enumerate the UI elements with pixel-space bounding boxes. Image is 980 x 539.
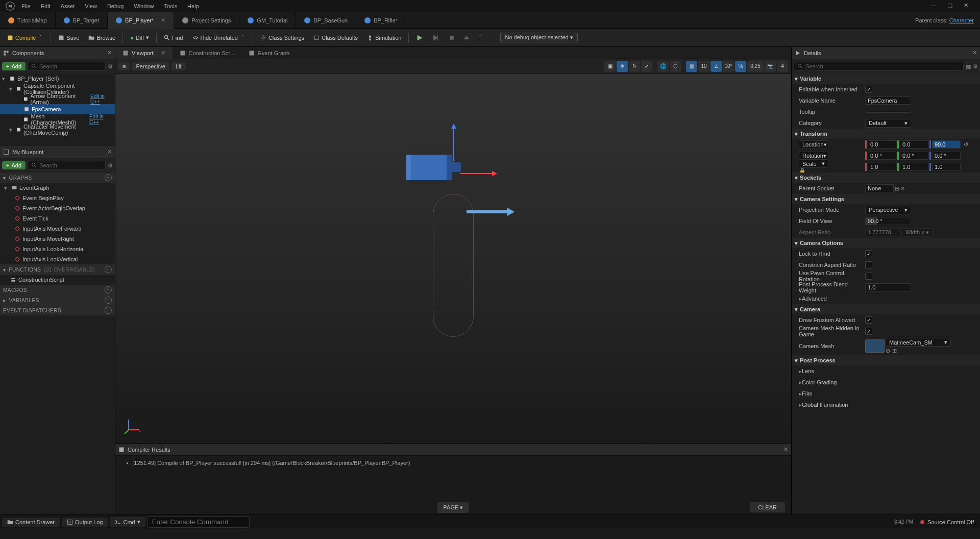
socket-browse-icon[interactable]: ⊞ xyxy=(895,185,899,192)
hidden-checkbox[interactable] xyxy=(865,328,872,335)
hide-unrelated-button[interactable]: Hide Unrelated ⋮ xyxy=(188,31,250,45)
center-tab-constructionscr[interactable]: Construction Scr... xyxy=(173,47,242,59)
menu-tools[interactable]: Tools xyxy=(159,1,182,11)
play-options[interactable]: ⋮ xyxy=(474,31,488,45)
frustum-checkbox[interactable] xyxy=(865,316,872,324)
window-close[interactable]: ✕ xyxy=(964,2,972,10)
parent-class-link[interactable]: Character xyxy=(949,17,974,23)
macros-section[interactable]: MACROS + xyxy=(0,285,115,295)
scale-snap-icon[interactable]: % xyxy=(735,61,746,72)
details-search[interactable]: Search xyxy=(794,62,964,71)
menu-file[interactable]: File xyxy=(16,1,36,11)
advanced-expand[interactable]: ▸ Advanced xyxy=(792,293,980,304)
edit-cpp-link[interactable]: Edit in C++ xyxy=(90,93,113,105)
film-expand[interactable]: ▸ Film xyxy=(792,388,980,399)
event-eventactorbeginoverlap[interactable]: Event ActorBeginOverlap xyxy=(0,203,115,213)
event-inputaxismoveright[interactable]: InputAxis MoveRight xyxy=(0,234,115,244)
gizmo-z-axis[interactable] xyxy=(453,125,454,161)
component-bp_player[interactable]: ▾BP_Player (Self) xyxy=(0,74,115,84)
window-maximize[interactable]: ▢ xyxy=(947,2,955,10)
angle-snap-icon[interactable]: ∠ xyxy=(710,61,722,72)
location-z[interactable]: 90.0 xyxy=(932,140,961,149)
event-inputaxismoveforward[interactable]: InputAxis MoveForward xyxy=(0,224,115,234)
blueprint-settings-icon[interactable]: ⚙ xyxy=(108,162,113,169)
output-log-button[interactable]: Output Log xyxy=(62,518,108,527)
constructionscript-item[interactable]: ConstructionScript xyxy=(0,275,115,285)
menu-window[interactable]: Window xyxy=(129,1,159,11)
angle-snap-value[interactable]: 10° xyxy=(723,61,734,72)
transform-category[interactable]: ▾ Transform xyxy=(792,129,980,139)
varname-input[interactable]: FpsCamera xyxy=(865,96,911,105)
rotation-y[interactable]: 0.0 ° xyxy=(900,152,928,160)
class-defaults-button[interactable]: Class Defaults xyxy=(309,31,362,45)
components-add-button[interactable]: + Add xyxy=(2,62,26,70)
gizmo-x-axis[interactable] xyxy=(460,173,496,174)
component-fpscamera[interactable]: FpsCamera xyxy=(0,104,115,114)
select-tool-icon[interactable]: ▣ xyxy=(604,61,616,72)
variable-category[interactable]: ▾ Variable xyxy=(792,74,980,84)
compiler-close[interactable]: ✕ xyxy=(783,446,788,453)
tab-tutorialmap[interactable]: TutorialMap xyxy=(0,12,56,29)
location-dropdown[interactable]: Location▾ xyxy=(799,140,828,149)
browse-button[interactable]: Browse xyxy=(84,31,119,45)
component-capsule[interactable]: ▾Capsule Component (CollisionCylinder) xyxy=(0,84,115,94)
tab-projectsettings[interactable]: Project Settings xyxy=(174,12,239,29)
colorgrading-expand[interactable]: ▸ Color Grading xyxy=(792,377,980,388)
tab-bptarget[interactable]: BP_Target xyxy=(56,12,108,29)
scale-snap-value[interactable]: 0.25 xyxy=(747,61,764,72)
ppblend-input[interactable]: 1.0 xyxy=(865,283,911,291)
myblueprint-close[interactable]: ✕ xyxy=(107,149,112,155)
constrain-checkbox[interactable] xyxy=(865,261,872,268)
menu-help[interactable]: Help xyxy=(182,1,204,11)
lockhmd-checkbox[interactable] xyxy=(865,250,872,257)
rotation-dropdown[interactable]: Rotation▾ xyxy=(799,152,828,160)
compiler-page-button[interactable]: PAGE ▾ xyxy=(437,502,470,513)
cmd-dropdown[interactable]: Cmd ▾ xyxy=(110,517,145,527)
camoptions-category[interactable]: ▾ Camera Options xyxy=(792,238,980,248)
dispatchers-section[interactable]: EVENT DISPATCHERS + xyxy=(0,305,115,315)
viewport-menu[interactable]: ≡ xyxy=(118,62,130,70)
viewport-3d[interactable]: x xyxy=(115,74,791,443)
component-arrow[interactable]: Arrow Component (Arrow)Edit in C++ xyxy=(0,94,115,104)
components-settings-icon[interactable]: ⚙ xyxy=(108,63,113,70)
graphs-section[interactable]: ▾GRAPHS + xyxy=(0,173,115,183)
projmode-dropdown[interactable]: Perspective▾ xyxy=(865,206,911,214)
save-button[interactable]: Save xyxy=(54,31,83,45)
functions-add[interactable]: + xyxy=(105,266,112,273)
location-x[interactable]: 0.0 xyxy=(868,140,896,149)
sockets-category[interactable]: ▾ Sockets xyxy=(792,173,980,183)
tab-bprifle[interactable]: BP_Rifle* xyxy=(356,12,406,29)
event-inputaxislookhorizontal[interactable]: InputAxis LookHorizontal xyxy=(0,244,115,254)
simulation-button[interactable]: Simulation xyxy=(363,31,405,45)
macros-add[interactable]: + xyxy=(105,286,112,293)
tooltip-input[interactable] xyxy=(865,111,911,113)
details-settings-icon[interactable]: ⚙ xyxy=(973,63,978,70)
grid-snap-icon[interactable]: ▦ xyxy=(686,61,697,72)
location-y[interactable]: 0.0 xyxy=(900,140,928,149)
components-search[interactable]: Search xyxy=(28,62,106,71)
menu-asset[interactable]: Asset xyxy=(56,1,80,11)
parentsocket-input[interactable]: None xyxy=(865,184,894,192)
fov-input[interactable]: 90.0 ° xyxy=(865,217,911,225)
globalillum-expand[interactable]: ▸ Global Illumination xyxy=(792,399,980,410)
details-close[interactable]: ✕ xyxy=(972,50,977,56)
rotation-x[interactable]: 0.0 ° xyxy=(868,152,896,160)
scale-z[interactable]: 1.0 xyxy=(932,163,961,171)
viewport-perspective[interactable]: Perspective xyxy=(132,62,169,70)
play-button[interactable] xyxy=(412,31,427,45)
stop-button[interactable] xyxy=(445,31,459,45)
class-settings-button[interactable]: Class Settings xyxy=(256,31,308,45)
cammesh-browse-icon[interactable]: ⊞ xyxy=(892,348,897,354)
postprocess-category[interactable]: ▾ Post Process xyxy=(792,355,980,365)
scale-y[interactable]: 1.0 xyxy=(900,163,928,171)
variables-add[interactable]: + xyxy=(105,297,112,304)
camera-speed-icon[interactable]: 📷 xyxy=(765,61,776,72)
rotation-z[interactable]: 0.0 ° xyxy=(932,152,961,160)
tab-close-icon[interactable]: ✕ xyxy=(161,17,165,23)
diff-button[interactable]: ●Diff▾ xyxy=(126,31,153,45)
socket-clear-icon[interactable]: ✕ xyxy=(900,185,905,192)
tab-bpbasegun[interactable]: BP_BaseGun xyxy=(296,12,356,29)
editable-checkbox[interactable] xyxy=(865,86,872,93)
component-mesh[interactable]: Mesh (CharacterMesh0)Edit in C++ xyxy=(0,114,115,125)
coord-space-icon[interactable]: 🌐 xyxy=(657,61,669,72)
